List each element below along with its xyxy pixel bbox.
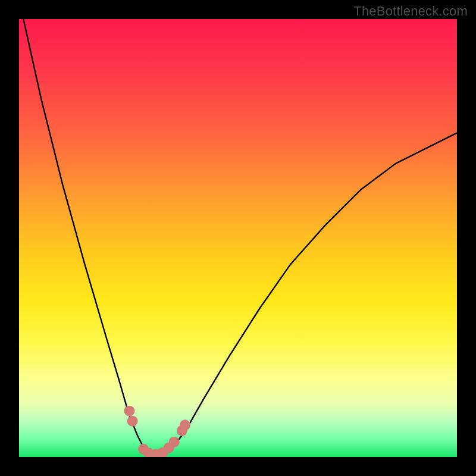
chart-svg xyxy=(19,19,457,457)
highlight-dot xyxy=(124,406,134,416)
curve-layer xyxy=(23,19,457,456)
watermark-text: TheBottleneck.com xyxy=(353,4,468,19)
chart-frame: TheBottleneck.com xyxy=(0,0,476,476)
highlight-dot xyxy=(180,419,190,430)
plot-area xyxy=(19,19,457,457)
highlight-dot xyxy=(127,416,138,427)
marker-layer xyxy=(124,406,190,457)
highlight-dot xyxy=(169,437,180,447)
bottleneck-curve xyxy=(23,19,457,456)
